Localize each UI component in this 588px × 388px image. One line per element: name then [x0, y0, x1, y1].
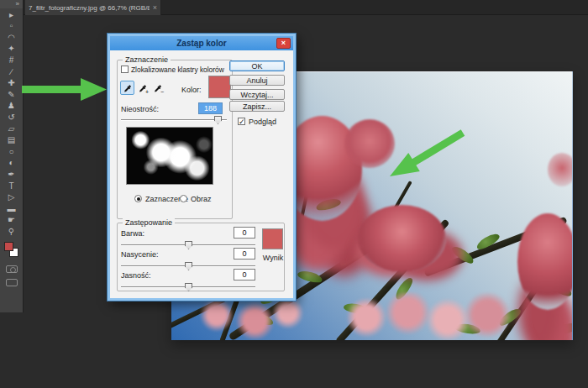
quick-selection-tool-icon[interactable]: ✦ — [3, 43, 21, 54]
replace-color-dialog: Zastąp kolor × Zaznaczenie Zlokalizowane… — [108, 34, 296, 301]
gradient-tool-icon[interactable]: ▤ — [3, 134, 21, 145]
tools-panel: » ▸ ▫ ◠ ✦ # ∕ ✚ ✎ ♟ ↺ ▱ ▤ ○ ◐ ✒ T ▷ ▬ ☛ … — [0, 0, 24, 312]
type-tool-icon[interactable]: T — [3, 181, 21, 191]
selection-group-legend: Zaznaczenie — [123, 55, 171, 64]
eyedropper-add-button[interactable]: + — [135, 81, 150, 95]
color-label: Kolor: — [181, 86, 202, 94]
localized-clusters-checkbox[interactable] — [121, 66, 129, 73]
path-selection-tool-icon[interactable]: ▷ — [3, 191, 21, 202]
leaf-graphic — [553, 321, 573, 336]
document-tab-title: 7_filtr_fotograficzny.jpg @ 66,7% (RGB/8… — [29, 4, 150, 12]
lightness-slider[interactable] — [121, 283, 255, 291]
eyedropper-sample-button[interactable] — [120, 81, 134, 95]
result-label: Wynik — [259, 254, 287, 262]
annotation-arrow-toolbar — [22, 78, 107, 101]
lightness-input[interactable]: 0 — [234, 269, 255, 281]
blur-tool-icon[interactable]: ○ — [3, 146, 21, 157]
fuzziness-slider-thumb[interactable] — [214, 116, 222, 124]
replacement-groupbox: Zastępowanie Barwa: 0 Nasycenie: 0 Jasno… — [117, 223, 285, 291]
preview-image-radio-label: Obraz — [191, 195, 212, 203]
hue-slider-thumb[interactable] — [185, 241, 192, 249]
foreground-color-swatch[interactable] — [4, 242, 13, 251]
flower-cluster — [195, 299, 304, 339]
flower-cluster — [339, 292, 520, 340]
brush-tool-icon[interactable]: ✎ — [3, 89, 21, 100]
preview-selection-radio[interactable] — [134, 195, 142, 202]
saturation-slider-thumb[interactable] — [185, 262, 192, 270]
dodge-tool-icon[interactable]: ◐ — [3, 157, 21, 168]
save-button[interactable]: Zapisz... — [229, 101, 285, 112]
hue-label: Barwa: — [121, 229, 144, 238]
document-tab[interactable]: 7_filtr_fotograficzny.jpg @ 66,7% (RGB/8… — [25, 0, 161, 15]
lasso-tool-icon[interactable]: ◠ — [3, 32, 21, 43]
check-icon: ✓ — [239, 118, 245, 126]
eyedropper-subtract-button[interactable]: − — [150, 81, 165, 95]
pen-tool-icon[interactable]: ✒ — [3, 169, 21, 180]
sampled-color-swatch[interactable] — [208, 76, 231, 98]
crop-tool-icon[interactable]: # — [3, 55, 21, 66]
flower-cluster — [517, 213, 573, 310]
result-color-swatch[interactable] — [262, 228, 283, 249]
color-swatches — [3, 241, 21, 260]
lightness-slider-thumb[interactable] — [185, 283, 192, 291]
cancel-button[interactable]: Anuluj — [229, 75, 285, 86]
dialog-titlebar[interactable]: Zastąp kolor — [110, 36, 293, 50]
lightness-label: Jasność: — [121, 271, 151, 280]
fuzziness-label: Nieostrość: — [121, 105, 159, 113]
dialog-close-button[interactable]: × — [276, 38, 291, 49]
photoshop-window: 7_filtr_fotograficzny.jpg @ 66,7% (RGB/8… — [0, 0, 588, 388]
plus-mark: + — [145, 89, 149, 95]
tools-panel-collapse-icon[interactable]: » — [0, 0, 23, 8]
quick-mask-button[interactable] — [6, 265, 18, 273]
clone-stamp-tool-icon[interactable]: ♟ — [3, 100, 21, 111]
fuzziness-input[interactable]: 188 — [198, 102, 223, 114]
flower-cluster — [344, 119, 395, 168]
hand-tool-icon[interactable]: ☛ — [3, 214, 21, 225]
preview-checkbox[interactable]: ✓ — [238, 118, 245, 125]
saturation-input[interactable]: 0 — [234, 248, 255, 260]
marquee-tool-icon[interactable]: ▫ — [3, 20, 21, 31]
document-tab-bar: 7_filtr_fotograficzny.jpg @ 66,7% (RGB/8… — [24, 0, 588, 15]
zoom-tool-icon[interactable]: ⚲ — [3, 226, 21, 237]
screen-mode-button[interactable] — [6, 279, 18, 286]
move-tool-icon[interactable]: ▸ — [3, 9, 21, 20]
eyedropper-tool-icon[interactable]: ∕ — [3, 66, 21, 77]
eraser-tool-icon[interactable]: ▱ — [3, 123, 21, 134]
fuzziness-slider[interactable] — [121, 116, 227, 124]
minus-mark: − — [160, 89, 164, 95]
flower-cluster — [548, 153, 573, 186]
load-button[interactable]: Wczytaj... — [229, 89, 285, 100]
dialog-title: Zastąp kolor — [110, 36, 293, 50]
eyedropper-icon — [123, 83, 133, 93]
tab-close-icon[interactable]: × — [153, 4, 157, 12]
rectangle-tool-icon[interactable]: ▬ — [3, 203, 21, 214]
ok-button[interactable]: OK — [229, 60, 285, 71]
localized-clusters-label: Zlokalizowane klastry kolorów — [131, 66, 224, 74]
replacement-group-legend: Zastępowanie — [123, 218, 175, 227]
history-brush-tool-icon[interactable]: ↺ — [3, 112, 21, 123]
spot-healing-tool-icon[interactable]: ✚ — [3, 77, 21, 88]
preview-checkbox-label: Podgląd — [249, 118, 276, 126]
selection-preview-image[interactable] — [126, 127, 213, 185]
selection-groupbox: Zaznaczenie Zlokalizowane klastry koloró… — [117, 60, 233, 219]
flower-cluster — [358, 205, 446, 272]
preview-image-radio[interactable] — [180, 195, 187, 202]
hue-input[interactable]: 0 — [234, 227, 255, 239]
saturation-label: Nasycenie: — [121, 250, 159, 259]
